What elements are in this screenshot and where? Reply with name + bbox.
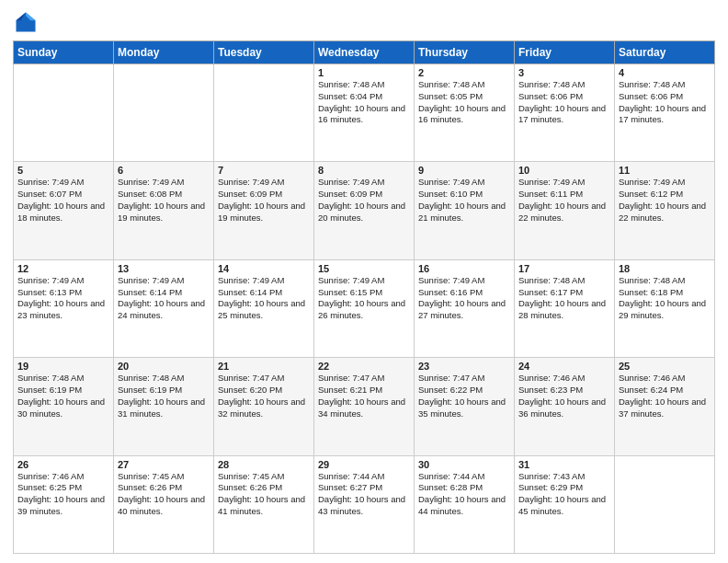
day-number: 22 xyxy=(318,361,410,372)
calendar-week-row: 1Sunrise: 7:48 AMSunset: 6:04 PMDaylight… xyxy=(14,64,715,162)
calendar-cell: 9Sunrise: 7:49 AMSunset: 6:10 PMDaylight… xyxy=(415,162,515,259)
day-header-thursday: Thursday xyxy=(415,41,515,64)
calendar-cell: 23Sunrise: 7:47 AMSunset: 6:22 PMDayligh… xyxy=(415,358,515,455)
calendar-cell: 24Sunrise: 7:46 AMSunset: 6:23 PMDayligh… xyxy=(515,358,615,455)
day-number: 6 xyxy=(118,165,210,176)
day-info: Sunrise: 7:49 AMSunset: 6:14 PMDaylight:… xyxy=(218,275,310,322)
calendar-cell: 22Sunrise: 7:47 AMSunset: 6:21 PMDayligh… xyxy=(314,358,415,455)
day-info: Sunrise: 7:46 AMSunset: 6:23 PMDaylight:… xyxy=(518,373,610,419)
day-number: 29 xyxy=(318,459,410,470)
logo-icon xyxy=(13,9,39,35)
day-number: 15 xyxy=(318,263,410,274)
calendar-cell: 13Sunrise: 7:49 AMSunset: 6:14 PMDayligh… xyxy=(114,259,214,357)
day-number: 1 xyxy=(318,67,410,78)
day-number: 14 xyxy=(218,263,310,274)
day-info: Sunrise: 7:48 AMSunset: 6:17 PMDaylight:… xyxy=(518,275,610,322)
calendar-cell: 15Sunrise: 7:49 AMSunset: 6:15 PMDayligh… xyxy=(314,259,415,357)
calendar-cell: 6Sunrise: 7:49 AMSunset: 6:08 PMDaylight… xyxy=(114,162,214,259)
calendar-cell: 20Sunrise: 7:48 AMSunset: 6:19 PMDayligh… xyxy=(114,358,214,455)
day-info: Sunrise: 7:49 AMSunset: 6:12 PMDaylight:… xyxy=(619,177,711,224)
day-number: 5 xyxy=(17,165,109,176)
calendar-cell: 25Sunrise: 7:46 AMSunset: 6:24 PMDayligh… xyxy=(615,358,715,455)
day-info: Sunrise: 7:47 AMSunset: 6:21 PMDaylight:… xyxy=(318,373,410,419)
day-number: 28 xyxy=(218,459,310,470)
calendar-cell: 16Sunrise: 7:49 AMSunset: 6:16 PMDayligh… xyxy=(415,259,515,357)
calendar-cell: 11Sunrise: 7:49 AMSunset: 6:12 PMDayligh… xyxy=(615,162,715,259)
calendar-cell: 2Sunrise: 7:48 AMSunset: 6:05 PMDaylight… xyxy=(415,64,515,162)
day-number: 20 xyxy=(118,361,210,372)
calendar-cell: 26Sunrise: 7:46 AMSunset: 6:25 PMDayligh… xyxy=(14,455,114,553)
day-info: Sunrise: 7:48 AMSunset: 6:04 PMDaylight:… xyxy=(318,79,410,126)
calendar-header-row: SundayMondayTuesdayWednesdayThursdayFrid… xyxy=(14,41,715,64)
calendar-week-row: 26Sunrise: 7:46 AMSunset: 6:25 PMDayligh… xyxy=(14,455,715,553)
calendar-cell: 31Sunrise: 7:43 AMSunset: 6:29 PMDayligh… xyxy=(515,455,615,553)
day-info: Sunrise: 7:47 AMSunset: 6:20 PMDaylight:… xyxy=(218,373,310,419)
calendar-week-row: 5Sunrise: 7:49 AMSunset: 6:07 PMDaylight… xyxy=(14,162,715,259)
day-number: 24 xyxy=(518,361,610,372)
day-number: 26 xyxy=(17,459,109,470)
day-info: Sunrise: 7:49 AMSunset: 6:09 PMDaylight:… xyxy=(218,177,310,224)
calendar-cell: 17Sunrise: 7:48 AMSunset: 6:17 PMDayligh… xyxy=(515,259,615,357)
day-number: 31 xyxy=(518,459,610,470)
day-info: Sunrise: 7:49 AMSunset: 6:15 PMDaylight:… xyxy=(318,275,410,322)
day-info: Sunrise: 7:48 AMSunset: 6:06 PMDaylight:… xyxy=(518,79,610,126)
calendar-cell: 28Sunrise: 7:45 AMSunset: 6:26 PMDayligh… xyxy=(214,455,314,553)
day-number: 23 xyxy=(418,361,510,372)
day-number: 27 xyxy=(118,459,210,470)
day-number: 7 xyxy=(218,165,310,176)
calendar-cell: 4Sunrise: 7:48 AMSunset: 6:06 PMDaylight… xyxy=(615,64,715,162)
day-header-friday: Friday xyxy=(515,41,615,64)
day-info: Sunrise: 7:49 AMSunset: 6:09 PMDaylight:… xyxy=(318,177,410,224)
day-number: 10 xyxy=(518,165,610,176)
calendar-cell: 7Sunrise: 7:49 AMSunset: 6:09 PMDaylight… xyxy=(214,162,314,259)
calendar-cell: 10Sunrise: 7:49 AMSunset: 6:11 PMDayligh… xyxy=(515,162,615,259)
day-number: 2 xyxy=(418,67,510,78)
day-info: Sunrise: 7:47 AMSunset: 6:22 PMDaylight:… xyxy=(418,373,510,419)
day-number: 17 xyxy=(518,263,610,274)
calendar-cell: 3Sunrise: 7:48 AMSunset: 6:06 PMDaylight… xyxy=(515,64,615,162)
day-info: Sunrise: 7:45 AMSunset: 6:26 PMDaylight:… xyxy=(118,471,210,518)
calendar-cell: 29Sunrise: 7:44 AMSunset: 6:27 PMDayligh… xyxy=(314,455,415,553)
day-number: 30 xyxy=(418,459,510,470)
day-info: Sunrise: 7:44 AMSunset: 6:28 PMDaylight:… xyxy=(418,471,510,518)
day-info: Sunrise: 7:49 AMSunset: 6:08 PMDaylight:… xyxy=(118,177,210,224)
calendar-cell: 30Sunrise: 7:44 AMSunset: 6:28 PMDayligh… xyxy=(415,455,515,553)
day-info: Sunrise: 7:49 AMSunset: 6:10 PMDaylight:… xyxy=(418,177,510,224)
calendar-cell: 12Sunrise: 7:49 AMSunset: 6:13 PMDayligh… xyxy=(14,259,114,357)
calendar-cell: 18Sunrise: 7:48 AMSunset: 6:18 PMDayligh… xyxy=(615,259,715,357)
day-header-tuesday: Tuesday xyxy=(214,41,314,64)
day-number: 9 xyxy=(418,165,510,176)
day-number: 19 xyxy=(17,361,109,372)
day-info: Sunrise: 7:48 AMSunset: 6:19 PMDaylight:… xyxy=(17,373,109,419)
day-number: 25 xyxy=(619,361,711,372)
day-info: Sunrise: 7:43 AMSunset: 6:29 PMDaylight:… xyxy=(518,471,610,518)
day-header-monday: Monday xyxy=(114,41,214,64)
calendar-cell xyxy=(114,64,214,162)
calendar-cell: 8Sunrise: 7:49 AMSunset: 6:09 PMDaylight… xyxy=(314,162,415,259)
day-number: 18 xyxy=(619,263,711,274)
day-info: Sunrise: 7:48 AMSunset: 6:19 PMDaylight:… xyxy=(118,373,210,419)
logo xyxy=(13,9,42,35)
calendar-week-row: 12Sunrise: 7:49 AMSunset: 6:13 PMDayligh… xyxy=(14,259,715,357)
calendar-cell: 27Sunrise: 7:45 AMSunset: 6:26 PMDayligh… xyxy=(114,455,214,553)
calendar-cell: 1Sunrise: 7:48 AMSunset: 6:04 PMDaylight… xyxy=(314,64,415,162)
calendar: SundayMondayTuesdayWednesdayThursdayFrid… xyxy=(13,40,715,554)
day-info: Sunrise: 7:48 AMSunset: 6:05 PMDaylight:… xyxy=(418,79,510,126)
calendar-cell: 14Sunrise: 7:49 AMSunset: 6:14 PMDayligh… xyxy=(214,259,314,357)
day-info: Sunrise: 7:49 AMSunset: 6:11 PMDaylight:… xyxy=(518,177,610,224)
day-info: Sunrise: 7:49 AMSunset: 6:07 PMDaylight:… xyxy=(17,177,109,224)
calendar-cell xyxy=(14,64,114,162)
calendar-cell: 19Sunrise: 7:48 AMSunset: 6:19 PMDayligh… xyxy=(14,358,114,455)
calendar-cell: 5Sunrise: 7:49 AMSunset: 6:07 PMDaylight… xyxy=(14,162,114,259)
day-header-wednesday: Wednesday xyxy=(314,41,415,64)
day-number: 13 xyxy=(118,263,210,274)
calendar-cell xyxy=(615,455,715,553)
day-info: Sunrise: 7:46 AMSunset: 6:24 PMDaylight:… xyxy=(619,373,711,419)
day-info: Sunrise: 7:45 AMSunset: 6:26 PMDaylight:… xyxy=(218,471,310,518)
day-number: 16 xyxy=(418,263,510,274)
calendar-cell xyxy=(214,64,314,162)
calendar-week-row: 19Sunrise: 7:48 AMSunset: 6:19 PMDayligh… xyxy=(14,358,715,455)
day-number: 4 xyxy=(619,67,711,78)
day-header-saturday: Saturday xyxy=(615,41,715,64)
day-info: Sunrise: 7:48 AMSunset: 6:06 PMDaylight:… xyxy=(619,79,711,126)
